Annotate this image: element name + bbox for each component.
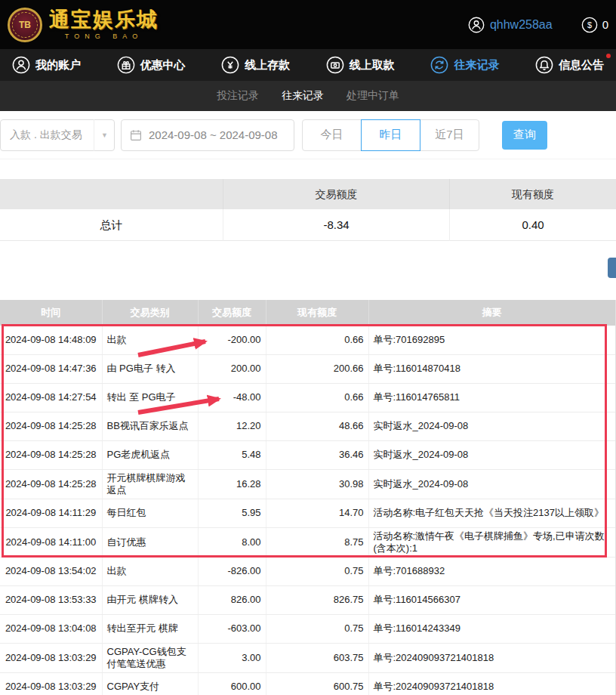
cell-balance: 0.66 [266, 326, 368, 354]
table-row: 2024-09-08 14:11:29每日红包5.9514.70活动名称:电子红… [0, 499, 615, 527]
balance-value: 0 [602, 18, 608, 31]
nav-item-deposit[interactable]: 线上存款 [221, 56, 290, 74]
cell-balance: 0.75 [266, 557, 368, 585]
nav-item-label: 线上取款 [350, 58, 395, 73]
cell-amount: -826.00 [198, 557, 266, 585]
column-header-3: 现有额度 [266, 300, 368, 326]
quick-range-group: 今日昨日近7日 [302, 119, 479, 151]
username[interactable]: qhhw258aa [490, 18, 553, 32]
site-logo[interactable]: TB 通宝娱乐城 TONG BAO [8, 8, 159, 42]
cell-time: 2024-09-08 14:27:54 [0, 383, 102, 412]
casino-chip-icon: TB [8, 8, 42, 42]
chevron-down-icon: ▼ [94, 119, 108, 151]
search-button[interactable]: 查询 [502, 121, 547, 150]
cell-type: 自订优惠 [102, 527, 198, 557]
transactions-table: 时间交易类别交易额度现有额度摘要 2024-09-08 14:48:09出款-2… [0, 300, 616, 695]
summary-total-row: 总计 -8.34 0.40 [0, 209, 616, 241]
quick-range-last7days[interactable]: 近7日 [420, 119, 479, 151]
quick-range-today[interactable]: 今日 [302, 119, 362, 151]
tab-processing-orders[interactable]: 处理中订单 [346, 89, 399, 103]
nav-item-records[interactable]: 往来记录 [430, 56, 499, 74]
summary-header-balance: 现有额度 [449, 179, 616, 209]
cell-amount: -48.00 [198, 383, 266, 412]
logo-text: 通宝娱乐城 TONG BAO [49, 9, 159, 41]
tab-transaction-records[interactable]: 往来记录 [282, 89, 324, 103]
cell-amount: 5.95 [198, 499, 266, 527]
table-row: 2024-09-08 13:03:29CGPAY支付600.00600.75单号… [0, 672, 615, 695]
cell-type: 每日红包 [102, 499, 198, 527]
column-header-2: 交易额度 [198, 300, 266, 326]
cell-amount: 3.00 [198, 643, 266, 672]
cell-type: 转出至开元 棋牌 [102, 614, 198, 643]
cell-time: 2024-09-08 13:54:02 [0, 557, 102, 585]
logo-title: 通宝娱乐城 [49, 9, 159, 32]
gift-icon [117, 56, 135, 74]
nav-item-promotions[interactable]: 优惠中心 [117, 56, 186, 74]
cell-summary: 活动名称:激情午夜《电子棋牌捕鱼》专场,已申请次数(含本次):1 [368, 527, 615, 557]
cell-balance: 600.75 [266, 672, 368, 695]
cell-balance: 0.75 [266, 614, 368, 643]
cell-balance: 826.75 [266, 585, 368, 614]
cell-time: 2024-09-08 14:48:09 [0, 326, 102, 354]
summary-total-label: 总计 [0, 209, 223, 241]
cell-amount: 12.20 [198, 412, 266, 440]
cell-type: 由 PG电子 转入 [102, 354, 198, 383]
transaction-type-select[interactable]: 入款 . 出款交易 ▼ [0, 119, 115, 151]
nav-item-label: 信息公告 [559, 58, 604, 73]
cell-type: BB视讯百家乐返点 [102, 412, 198, 440]
cell-summary: 实时返水_2024-09-08 [368, 440, 615, 469]
top-header: TB 通宝娱乐城 TONG BAO qhhw258aa $ 0 [0, 0, 616, 49]
cell-time: 2024-09-08 14:25:28 [0, 412, 102, 440]
cell-type: CGPAY-CG钱包支付笔笔送优惠 [102, 643, 198, 672]
cell-amount: -603.00 [198, 614, 266, 643]
user-avatar-icon [468, 17, 485, 33]
logo-subtitle: TONG BAO [49, 32, 159, 40]
nav-item-account[interactable]: 我的账户 [12, 56, 81, 74]
cell-summary: 实时返水_2024-09-08 [368, 469, 615, 499]
records-icon [430, 56, 448, 74]
summary-section: 交易额度 现有额度 总计 -8.34 0.40 [0, 179, 616, 241]
table-row: 2024-09-08 13:53:33由开元 棋牌转入826.00826.75单… [0, 585, 615, 614]
tab-betting-records[interactable]: 投注记录 [217, 89, 259, 103]
balance-widget[interactable]: $ 0 [581, 17, 608, 33]
cell-time: 2024-09-08 13:03:29 [0, 672, 102, 695]
nav-item-withdraw[interactable]: 线上取款 [326, 56, 395, 74]
cell-type: 开元棋牌棋牌游戏返点 [102, 469, 198, 499]
summary-transaction-total: -8.34 [223, 209, 449, 241]
svg-text:$: $ [587, 20, 592, 29]
table-row: 2024-09-08 14:25:28BB视讯百家乐返点12.2048.66实时… [0, 412, 615, 440]
cell-type: 由开元 棋牌转入 [102, 585, 198, 614]
cell-summary: 单号:202409093721401818 [368, 643, 615, 672]
cell-time: 2024-09-08 13:03:29 [0, 643, 102, 672]
table-row: 2024-09-08 14:27:54转出 至 PG电子-48.000.66单号… [0, 383, 615, 412]
table-row: 2024-09-08 13:03:29CGPAY-CG钱包支付笔笔送优惠3.00… [0, 643, 615, 672]
cell-amount: 826.00 [198, 585, 266, 614]
cell-balance: 603.75 [266, 643, 368, 672]
cell-balance: 14.70 [266, 499, 368, 527]
cell-time: 2024-09-08 13:04:08 [0, 614, 102, 643]
cell-balance: 200.66 [266, 354, 368, 383]
page: TB 通宝娱乐城 TONG BAO qhhw258aa $ 0 我的账户优惠中心… [0, 0, 616, 695]
table-row: 2024-09-08 14:47:36由 PG电子 转入200.00200.66… [0, 354, 615, 383]
filter-bar: 入款 . 出款交易 ▼ 2024-09-08 ~ 2024-09-08 今日昨日… [0, 111, 616, 159]
table-header-row: 时间交易类别交易额度现有额度摘要 [0, 300, 615, 326]
cell-time: 2024-09-08 14:11:00 [0, 527, 102, 557]
cell-time: 2024-09-08 14:25:28 [0, 440, 102, 469]
summary-header-row: 交易额度 现有额度 [0, 179, 616, 209]
cell-amount: 200.00 [198, 354, 266, 383]
cell-balance: 0.66 [266, 383, 368, 412]
cell-summary: 单号:701692895 [368, 326, 615, 354]
date-range-picker[interactable]: 2024-09-08 ~ 2024-09-08 [121, 119, 294, 151]
cell-summary: 单号:116014765811 [368, 383, 615, 412]
quick-range-yesterday[interactable]: 昨日 [361, 119, 420, 151]
cell-amount: 8.00 [198, 527, 266, 557]
bell-icon [535, 56, 553, 74]
cell-amount: 16.28 [198, 469, 266, 499]
cell-type: 出款 [102, 326, 198, 354]
cell-summary: 单号:116014870418 [368, 354, 615, 383]
nav-item-announcements[interactable]: 信息公告 [535, 56, 604, 74]
cell-time: 2024-09-08 14:47:36 [0, 354, 102, 383]
floating-tab[interactable] [608, 258, 616, 278]
calendar-icon [129, 128, 143, 142]
cell-summary: 单号:116014243349 [368, 614, 615, 643]
